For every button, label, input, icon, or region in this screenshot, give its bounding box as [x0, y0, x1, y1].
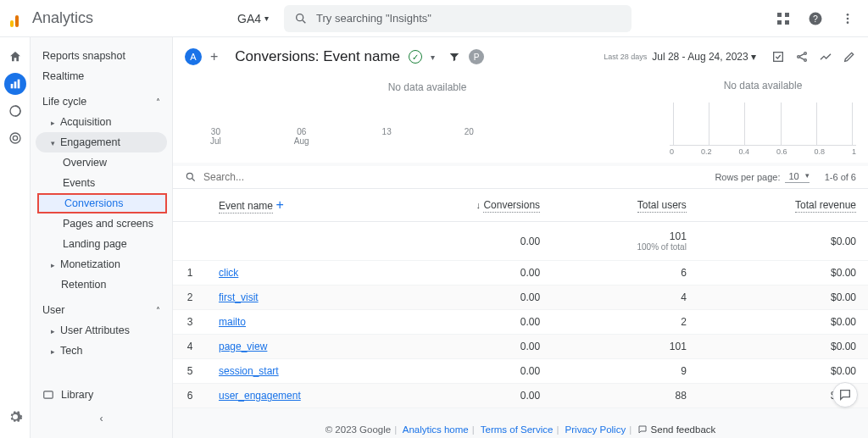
- col-total-users[interactable]: Total users: [637, 199, 687, 213]
- rows-per-page-select[interactable]: 10: [785, 171, 809, 183]
- apps-icon[interactable]: [773, 8, 793, 29]
- svg-rect-13: [17, 80, 19, 89]
- svg-point-0: [297, 14, 303, 20]
- feedback-icon: [637, 424, 648, 435]
- chevron-down-icon[interactable]: ▾: [431, 53, 435, 62]
- svg-line-23: [799, 58, 804, 60]
- share-icon[interactable]: [795, 50, 809, 64]
- date-range-picker[interactable]: Jul 28 - Aug 24, 2023 ▾: [652, 51, 756, 63]
- sidebar-item-landing-page[interactable]: Landing page: [36, 234, 167, 254]
- svg-rect-17: [44, 391, 53, 398]
- event-link[interactable]: click: [219, 267, 238, 279]
- event-link[interactable]: first_visit: [219, 291, 259, 303]
- footer-link-home[interactable]: Analytics home: [403, 424, 469, 435]
- event-link[interactable]: session_start: [219, 365, 279, 377]
- sidebar-item-realtime[interactable]: Realtime: [36, 66, 167, 86]
- svg-rect-5: [785, 20, 789, 25]
- property-name: GA4: [237, 12, 261, 25]
- event-link[interactable]: user_engagement: [219, 390, 301, 402]
- chart-x-axis: 30Jul 06Aug 13 20: [185, 127, 670, 146]
- pagination-range: 1-6 of 6: [825, 172, 856, 182]
- data-table: Rows per page: 10 1-6 of 6 Event name + …: [173, 166, 868, 408]
- footer-link-tos[interactable]: Terms of Service: [481, 424, 554, 435]
- analytics-logo-icon: [10, 10, 27, 27]
- date-preset-label: Last 28 days: [604, 53, 647, 61]
- sidebar-section-lifecycle[interactable]: Life cycle ˄: [36, 91, 167, 112]
- edit-icon[interactable]: [843, 50, 856, 64]
- feedback-fab[interactable]: [832, 382, 858, 408]
- search-icon: [294, 12, 308, 25]
- rail-admin-icon[interactable]: [4, 406, 26, 428]
- svg-point-20: [804, 53, 807, 55]
- svg-point-16: [13, 136, 17, 140]
- col-total-revenue[interactable]: Total revenue: [795, 199, 856, 213]
- dimension-chip[interactable]: P: [469, 49, 484, 64]
- sidebar-section-user[interactable]: User ˄: [36, 300, 167, 320]
- customize-icon[interactable]: [771, 50, 785, 64]
- footer-link-privacy[interactable]: Privacy Policy: [565, 424, 626, 435]
- table-row: 1click0.006$0.00: [173, 261, 868, 286]
- table-row: 3mailto0.002$0.00: [173, 310, 868, 335]
- filter-icon[interactable]: [448, 51, 460, 63]
- topbar: Analytics GA4 ▾ Try searching "Insights"…: [0, 0, 868, 37]
- verified-icon: ✓: [409, 50, 422, 64]
- sidebar-item-overview[interactable]: Overview: [36, 152, 167, 173]
- chart-right-grid: [670, 95, 856, 146]
- logo[interactable]: Analytics: [10, 9, 222, 27]
- sidebar-item-user-attributes[interactable]: User Attributes: [36, 320, 167, 341]
- table-row: 2first_visit0.004$0.00: [173, 286, 868, 310]
- col-event-name[interactable]: Event name: [219, 200, 273, 213]
- chart-right-ticks: 00.20.40.60.81: [670, 146, 856, 158]
- sidebar-item-pages-screens[interactable]: Pages and screens: [36, 213, 167, 234]
- svg-point-21: [804, 59, 807, 62]
- sidebar-item-retention[interactable]: Retention: [36, 274, 167, 295]
- segment-avatar[interactable]: A: [185, 48, 202, 65]
- chevron-up-icon: ˄: [156, 97, 160, 107]
- sidebar-item-engagement[interactable]: Engagement: [36, 132, 167, 152]
- add-dimension-button[interactable]: +: [275, 197, 283, 212]
- svg-point-24: [186, 173, 192, 179]
- rows-per-page-label: Rows per page:: [715, 172, 780, 182]
- svg-point-19: [798, 56, 800, 58]
- event-link[interactable]: mailto: [219, 316, 246, 328]
- chart-left-nodata: No data available: [185, 80, 670, 127]
- table-row: 4page_view0.00101$0.00: [173, 335, 868, 359]
- rail-explore-icon[interactable]: [4, 100, 26, 122]
- footer: © 2023 Google| Analytics home| Terms of …: [173, 424, 868, 435]
- table-totals-row: 0.00 101100% of total $0.00: [173, 222, 868, 261]
- sidebar-item-library[interactable]: Library: [36, 382, 167, 408]
- svg-point-15: [10, 133, 20, 143]
- add-comparison-button[interactable]: +: [210, 49, 218, 64]
- search-placeholder: Try searching "Insights": [316, 12, 431, 25]
- event-link[interactable]: page_view: [219, 341, 267, 352]
- property-selector[interactable]: GA4 ▾: [229, 12, 277, 25]
- product-name: Analytics: [32, 9, 93, 27]
- library-icon: [42, 389, 54, 401]
- sidebar-collapse-button[interactable]: ‹: [36, 408, 167, 430]
- report-title: Conversions: Event name: [235, 48, 400, 65]
- rail-advertising-icon[interactable]: [4, 127, 26, 149]
- help-icon[interactable]: ?: [805, 8, 826, 29]
- table-search-input[interactable]: [203, 171, 708, 183]
- sidebar-item-acquisition[interactable]: Acquisition: [36, 112, 167, 132]
- svg-point-10: [847, 21, 849, 24]
- svg-line-22: [799, 54, 804, 57]
- sidebar-item-events[interactable]: Events: [36, 173, 167, 193]
- search-input[interactable]: Try searching "Insights": [284, 5, 632, 32]
- rail-home-icon[interactable]: [4, 46, 26, 68]
- sidebar-item-monetization[interactable]: Monetization: [36, 254, 167, 274]
- svg-rect-18: [774, 53, 783, 62]
- chart-area: No data available 30Jul 06Aug 13 20 No d…: [173, 76, 868, 163]
- footer-link-feedback[interactable]: Send feedback: [651, 424, 716, 435]
- sidebar-item-tech[interactable]: Tech: [36, 341, 167, 361]
- insights-icon[interactable]: [819, 50, 832, 64]
- rail-reports-icon[interactable]: [4, 73, 26, 95]
- col-conversions[interactable]: Conversions: [483, 199, 540, 213]
- svg-line-25: [192, 179, 195, 181]
- svg-text:?: ?: [813, 13, 818, 23]
- sidebar-item-snapshot[interactable]: Reports snapshot: [36, 46, 167, 66]
- table-row: 5session_start0.009$0.00: [173, 359, 868, 384]
- more-vert-icon[interactable]: [837, 8, 858, 29]
- svg-point-9: [847, 17, 849, 19]
- sidebar-item-conversions[interactable]: Conversions: [37, 193, 167, 213]
